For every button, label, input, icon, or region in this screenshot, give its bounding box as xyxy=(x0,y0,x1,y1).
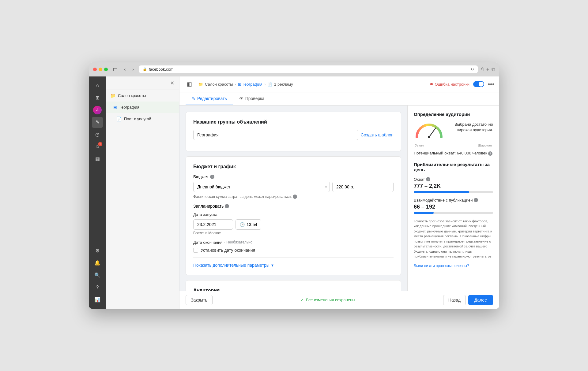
breadcrumb-sep-2: › xyxy=(264,82,266,87)
nav-settings-icon[interactable]: ⚙ xyxy=(92,245,103,256)
date-time-row: 🕐 13:54 xyxy=(193,219,394,230)
error-label: Ошибка настройки xyxy=(435,82,469,87)
nav-avatar[interactable]: А xyxy=(92,105,103,116)
adset-name-row: Создать шаблон xyxy=(193,130,394,140)
budget-row: Дневной бюджет ▾ RUB xyxy=(193,182,394,192)
back-nav-button[interactable]: ‹ xyxy=(122,66,127,73)
nav-help-icon[interactable]: ? xyxy=(92,282,103,293)
adset-grid-icon: ⊞ xyxy=(113,105,117,110)
lock-icon: 🔒 xyxy=(143,67,147,71)
collapse-button[interactable]: ◧ xyxy=(184,80,194,89)
settings-icon: ⚙ xyxy=(95,248,100,254)
sidebar-item-ad[interactable]: 📄 Пост с услугой ••• xyxy=(106,113,179,125)
start-date-input[interactable] xyxy=(193,219,233,230)
close-traffic-light[interactable] xyxy=(93,68,97,71)
nav-bell-icon[interactable]: 🔔 xyxy=(92,258,103,269)
chevron-down-icon: ▾ xyxy=(271,263,273,268)
share-button[interactable]: ⎙ xyxy=(481,67,484,72)
results-title: Приблизительные результаты за день xyxy=(414,162,493,172)
review-tab-icon: 👁 xyxy=(239,96,243,101)
reach-bar-bg xyxy=(414,191,493,193)
budget-section-title: Бюджет и график xyxy=(193,164,394,169)
sidebar-item-adset[interactable]: ⊞ География ••• xyxy=(106,102,179,113)
nav-report-icon[interactable]: 📊 xyxy=(92,294,103,305)
tabs-button[interactable]: ⧉ xyxy=(492,67,495,72)
save-status: ✓ Все изменения сохранены xyxy=(300,298,355,302)
wide-label: Широкая xyxy=(478,143,492,147)
tab-review[interactable]: 👁 Проверка xyxy=(233,92,271,105)
reach-bar-fill xyxy=(414,191,469,193)
back-button[interactable]: Назад xyxy=(443,295,466,305)
reach-label-info[interactable]: i xyxy=(426,177,430,181)
start-time-text: 13:54 xyxy=(247,222,257,227)
top-bar: ◧ 📁 Салон красоты › ⊞ География › 📄 1 ре… xyxy=(179,76,499,92)
end-date-checkbox-row: Установить дату окончания xyxy=(193,248,394,253)
checkmark-icon: ✓ xyxy=(300,298,304,302)
traffic-lights xyxy=(93,68,108,71)
nav-edit-icon[interactable]: ✎ xyxy=(92,117,103,128)
budget-label-row: Бюджет i xyxy=(193,174,394,179)
create-template-link[interactable]: Создать шаблон xyxy=(361,132,394,137)
browser-chrome: ⊏ ‹ › 🔒 facebook.com ↻ ⎙ + ⧉ xyxy=(89,62,499,76)
svg-line-0 xyxy=(429,128,436,137)
adset-label: География xyxy=(119,105,167,109)
minimize-traffic-light[interactable] xyxy=(99,68,102,71)
adset-name-title: Название группы объявлений xyxy=(193,119,394,125)
new-tab-button[interactable]: + xyxy=(486,67,489,72)
end-date-checkbox[interactable] xyxy=(193,248,198,253)
hint-info-icon[interactable]: i xyxy=(293,195,297,199)
content-area: Название группы объявлений Создать шабло… xyxy=(179,106,499,291)
home-icon: ⌂ xyxy=(96,83,99,88)
maximize-traffic-light[interactable] xyxy=(104,68,108,71)
reach-info-icon[interactable]: i xyxy=(488,151,492,156)
time-input-wrap: 🕐 13:54 xyxy=(236,219,261,230)
nav-cookie-icon[interactable]: ☺ 1 xyxy=(92,141,103,152)
divider xyxy=(193,258,394,258)
forward-nav-button[interactable]: › xyxy=(130,66,136,73)
close-button[interactable]: Закрыть xyxy=(186,295,213,305)
adset-name-input[interactable] xyxy=(193,130,358,140)
edit-tab-label: Редактировать xyxy=(197,96,227,101)
next-button[interactable]: Далее xyxy=(468,295,493,305)
folder-icon-breadcrumb: 📁 xyxy=(198,82,203,87)
end-date-label-text: Дата окончания xyxy=(193,240,222,245)
audience-status-text: Выбрана достаточно широкая аудитория. xyxy=(448,122,493,133)
form-section: Название группы объявлений Создать шабло… xyxy=(179,106,407,291)
gauge-container xyxy=(414,122,444,139)
edit-tab-icon: ✎ xyxy=(192,96,195,101)
nav-clock-icon[interactable]: ◷ xyxy=(92,129,103,140)
end-date-label-row: Дата окончания · Необязательно xyxy=(193,240,394,245)
feedback-link[interactable]: Были ли эти прогнозы полезны? xyxy=(414,264,469,268)
nav-table-icon[interactable]: ▦ xyxy=(92,154,103,165)
budget-type-select[interactable]: Дневной бюджет xyxy=(193,182,330,192)
start-date-label: Дата запуска xyxy=(193,212,394,217)
budget-info-icon[interactable]: i xyxy=(210,175,214,179)
address-bar[interactable]: 🔒 facebook.com ↻ xyxy=(139,65,478,73)
schedule-info-icon[interactable]: i xyxy=(225,204,229,208)
nav-home-icon[interactable]: ⌂ xyxy=(92,80,103,91)
left-nav: ⌂ ⊞ А ✎ ◷ ☺ 1 ▦ ⚙ xyxy=(89,76,106,309)
notification-badge: 1 xyxy=(98,142,102,146)
sidebar-toggle-button[interactable]: ⊏ xyxy=(111,65,119,73)
sidebar-item-campaign[interactable]: 📁 Салон красоты ••• xyxy=(106,90,179,102)
ad-doc-icon: 📄 xyxy=(116,117,122,121)
svg-point-1 xyxy=(428,136,430,138)
more-options-button[interactable]: ••• xyxy=(488,81,494,88)
breadcrumb-campaign[interactable]: Салон красоты xyxy=(205,82,233,87)
engagement-info[interactable]: i xyxy=(474,198,478,202)
end-date-optional: · Необязательно xyxy=(224,240,252,244)
breadcrumb: 📁 Салон красоты › ⊞ География › 📄 1 рекл… xyxy=(198,82,427,87)
breadcrumb-ad-icon: 📄 xyxy=(267,82,272,87)
budget-amount-input[interactable] xyxy=(333,182,394,192)
table-icon: ▦ xyxy=(95,156,100,162)
tab-edit[interactable]: ✎ Редактировать xyxy=(186,92,233,105)
sidebar-close-button[interactable]: ✕ xyxy=(169,79,175,87)
reload-icon[interactable]: ↻ xyxy=(471,67,474,72)
show-more-link[interactable]: Показать дополнительные параметры ▾ xyxy=(193,263,394,268)
breadcrumb-adset: ⊞ География xyxy=(238,82,262,87)
nav-search-icon[interactable]: 🔍 xyxy=(92,270,103,281)
nav-grid-icon[interactable]: ⊞ xyxy=(92,92,103,103)
breadcrumb-ad[interactable]: 1 рекламу xyxy=(274,82,293,87)
campaign-toggle[interactable] xyxy=(473,81,484,87)
clock-icon: ◷ xyxy=(95,132,100,137)
